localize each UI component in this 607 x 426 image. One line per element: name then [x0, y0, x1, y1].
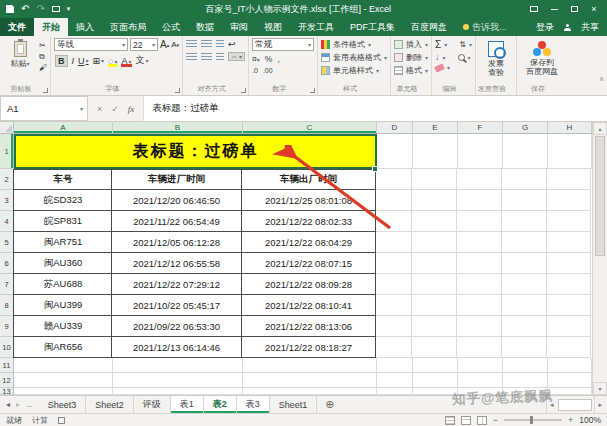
cell-b2[interactable]: 车辆进厂时间 [112, 169, 242, 190]
format-as-table-button[interactable]: 套用表格格式▾ [321, 52, 387, 63]
macro-record-icon[interactable] [58, 417, 65, 424]
cell-styles-button[interactable]: 单元格样式▾ [321, 65, 387, 76]
paste-button[interactable]: 粘贴▾ [3, 39, 37, 84]
column-header-f[interactable]: F [458, 122, 503, 134]
align-top-icon[interactable] [186, 40, 197, 48]
horizontal-scroll-thumb[interactable] [558, 399, 592, 411]
autosum-icon[interactable]: Σ [435, 39, 441, 50]
column-header-e[interactable]: E [413, 122, 458, 134]
cell-a6[interactable]: 闽AU360 [13, 253, 112, 274]
zoom-slider-thumb[interactable] [530, 416, 533, 424]
sheet-nav-ellipsis[interactable]: ... [26, 400, 33, 409]
insert-function-icon[interactable]: fx [128, 104, 135, 114]
cell-c9[interactable]: 2021/12/22 08:13:06 [242, 316, 376, 337]
collapse-ribbon-icon[interactable]: ∧ [599, 75, 604, 83]
alignment-dialog-launcher[interactable] [241, 88, 246, 93]
cancel-icon[interactable]: × [97, 104, 102, 114]
conditional-formatting-button[interactable]: 条件格式▾ [321, 39, 387, 50]
align-bottom-icon[interactable] [216, 40, 224, 48]
cell-c5[interactable]: 2021/12/22 08:04:29 [242, 232, 376, 253]
font-dialog-launcher[interactable] [175, 88, 180, 93]
scroll-up-icon[interactable]: ▴ [593, 122, 607, 135]
cell-b3[interactable]: 2021/12/20 06:46:50 [112, 190, 242, 211]
sheet-tab-sheet3[interactable]: Sheet3 [39, 396, 87, 413]
find-select-icon[interactable] [458, 54, 465, 61]
scroll-left-icon[interactable]: ◂ [546, 396, 557, 413]
format-painter-icon[interactable]: 🖌 [39, 63, 47, 72]
align-right-icon[interactable] [216, 53, 224, 61]
font-color-icon[interactable]: A▾ [121, 56, 131, 66]
cell-c3[interactable]: 2021/12/25 08:01:08 [242, 190, 376, 211]
bold-button[interactable]: B [55, 55, 68, 67]
row-header-2[interactable]: 2 [0, 169, 14, 190]
cell-b6[interactable]: 2021/12/12 06:55:58 [112, 253, 242, 274]
font-size-select[interactable]: 22▾ [130, 38, 158, 51]
name-box-dropdown-icon[interactable]: ▾ [80, 105, 83, 112]
merge-center-button[interactable]: ⇔▾ [228, 52, 245, 61]
cell-a9[interactable]: 赣AU339 [13, 316, 112, 337]
column-header-b[interactable]: B [113, 122, 243, 134]
cell-b5[interactable]: 2021/12/05 06:12:28 [112, 232, 242, 253]
page-break-view-icon[interactable] [477, 416, 487, 425]
copy-icon[interactable]: ⧉ [39, 52, 47, 61]
cell-b9[interactable]: 2021/09/22 06:53:30 [112, 316, 242, 337]
sheet-tab-biao3[interactable]: 表3 [237, 396, 270, 413]
normal-view-icon[interactable] [445, 416, 455, 425]
cell-c6[interactable]: 2021/12/22 08:07:15 [242, 253, 376, 274]
tab-review[interactable]: 审阅 [222, 18, 256, 36]
cut-icon[interactable]: ✂ [39, 41, 47, 50]
zoom-out-icon[interactable]: − [493, 415, 498, 425]
cell-c7[interactable]: 2021/12/22 08:09:28 [242, 274, 376, 295]
align-center-icon[interactable] [201, 53, 212, 61]
sheet-tab-sheet1[interactable]: Sheet1 [270, 396, 318, 413]
selection-fill-handle[interactable] [372, 166, 378, 172]
sort-filter-icon[interactable]: ⇅ [459, 40, 466, 49]
sheet-tab-sheet2[interactable]: Sheet2 [86, 396, 134, 413]
cell-c8[interactable]: 2021/12/22 08:10:41 [242, 295, 376, 316]
underline-button[interactable]: U▾ [78, 56, 89, 66]
cell-a2[interactable]: 车号 [13, 169, 112, 190]
tab-data[interactable]: 数据 [188, 18, 222, 36]
save-to-baidu-button[interactable]: 保存到百度网盘 [520, 39, 564, 84]
vertical-scrollbar[interactable]: ▴ ▾ [592, 122, 607, 395]
sheet-nav-next-icon[interactable]: ▸ [16, 400, 20, 409]
increase-font-icon[interactable]: A▴ [160, 39, 169, 50]
decrease-font-icon[interactable]: A▾ [171, 40, 179, 49]
undo-icon[interactable]: ↶ [21, 4, 29, 14]
zoom-in-icon[interactable]: + [568, 415, 573, 425]
tab-file[interactable]: 文件 [0, 18, 34, 36]
title-cell-a1[interactable]: 表标题：过磅单 [14, 134, 377, 169]
decrease-decimal-icon[interactable]: .00 [263, 67, 273, 74]
minimize-icon[interactable] [546, 2, 562, 16]
new-sheet-icon[interactable]: ⊕ [317, 396, 342, 413]
zoom-slider[interactable] [504, 419, 562, 421]
page-layout-view-icon[interactable] [461, 416, 471, 425]
borders-icon[interactable]: ⊞▾ [93, 56, 105, 66]
wrap-text-icon[interactable]: ↩ [228, 39, 236, 49]
save-icon[interactable] [6, 5, 14, 13]
sheet-nav-prev-icon[interactable]: ◂ [6, 400, 10, 409]
restore-icon[interactable] [566, 2, 582, 16]
tab-formulas[interactable]: 公式 [154, 18, 188, 36]
cell-a5[interactable]: 闽AR751 [13, 232, 112, 253]
cell-c4[interactable]: 2021/12/22 08:02:33 [242, 211, 376, 232]
cell-b7[interactable]: 2021/12/22 07:29:12 [112, 274, 242, 295]
tab-home[interactable]: 开始 [34, 18, 68, 36]
scroll-down-icon[interactable]: ▾ [593, 382, 607, 395]
align-middle-icon[interactable] [201, 40, 212, 48]
tab-insert[interactable]: 插入 [68, 18, 102, 36]
formula-input[interactable]: 表标题：过磅单 [144, 96, 607, 121]
sheet-tab-pingji[interactable]: 评级 [134, 396, 171, 413]
close-icon[interactable]: × [586, 2, 602, 16]
cell-b4[interactable]: 2021/11/22 06:54:49 [112, 211, 242, 232]
select-all-corner[interactable] [0, 122, 14, 134]
column-header-c[interactable]: C [243, 122, 377, 134]
column-header-a[interactable]: A [14, 122, 113, 134]
column-header-d[interactable]: D [377, 122, 413, 134]
fill-color-icon[interactable]: ◌▾ [108, 56, 117, 66]
scroll-right-icon[interactable]: ▸ [594, 396, 605, 413]
align-left-icon[interactable] [186, 53, 197, 61]
vertical-scroll-thumb[interactable] [595, 136, 605, 256]
name-box[interactable]: A1 ▾ [0, 96, 88, 121]
sheet-tab-biao2[interactable]: 表2 [204, 396, 237, 413]
